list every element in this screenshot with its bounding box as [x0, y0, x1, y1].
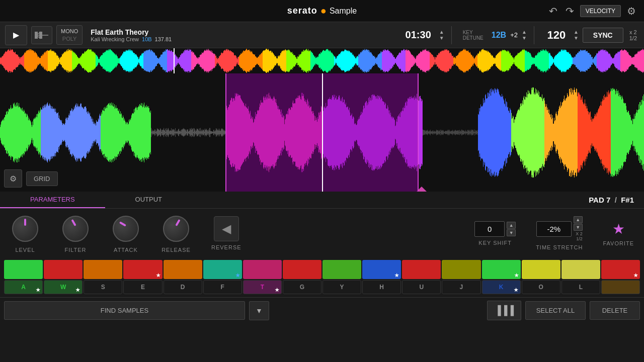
tab-parameters[interactable]: PARAMETERS	[0, 192, 105, 208]
find-samples-button[interactable]: FIND SAMPLES	[4, 301, 245, 320]
mono-poly-button[interactable]: MONO POLY	[56, 25, 83, 45]
ts-down-button[interactable]: ▼	[574, 224, 583, 231]
level-knob[interactable]	[12, 216, 38, 242]
pad-top-1[interactable]	[44, 260, 83, 279]
app-title: serato ● Sample	[287, 5, 357, 17]
settings-icon[interactable]: ⚙	[625, 3, 638, 19]
bpm-arrows: ▲ ▼	[574, 30, 579, 41]
product-name: Sample	[330, 7, 357, 16]
keyshift-control: 0 ▲ ▼	[474, 221, 516, 237]
pad-label-14[interactable]: L	[561, 280, 600, 294]
play-button[interactable]: ▶	[5, 25, 27, 45]
pad-label-5[interactable]: F	[203, 280, 242, 294]
pad-label-text-3: E	[141, 284, 145, 291]
grid-icon-button[interactable]: ⚙	[4, 169, 22, 188]
pad-label-6[interactable]: T★	[243, 280, 282, 294]
pad-top-4[interactable]	[164, 260, 202, 279]
pad-top-2[interactable]	[84, 260, 122, 279]
pad-label-text-4: D	[181, 284, 185, 291]
keyshift-down-button[interactable]: ▼	[507, 229, 516, 236]
key-value: 12B	[492, 31, 506, 40]
pad-label-1[interactable]: W★	[44, 280, 83, 294]
key-up-button[interactable]: ▲	[522, 30, 527, 35]
pad-label-10[interactable]: U	[402, 280, 441, 294]
time-up-button[interactable]: ▲	[439, 30, 444, 35]
pad-label-8[interactable]: Y	[323, 280, 361, 294]
attack-knob[interactable]	[113, 216, 139, 242]
pad-label-star-0: ★	[36, 287, 40, 293]
pad-star-3: ★	[156, 273, 160, 278]
favorite-group: ★ FAVORITE	[603, 221, 634, 246]
select-all-button[interactable]: SELECT ALL	[525, 301, 586, 320]
pad-top-3[interactable]: ★	[123, 260, 162, 279]
pad-label-3[interactable]: E	[123, 280, 162, 294]
pad-top-11[interactable]	[442, 260, 480, 279]
pad-label-star-12: ★	[514, 287, 518, 293]
pad-top-10[interactable]	[402, 260, 441, 279]
bpm-up-button[interactable]: ▲	[574, 30, 579, 35]
level-label: LEVEL	[15, 247, 35, 253]
logo-dot: ●	[320, 5, 327, 17]
release-knob-container	[161, 214, 191, 244]
tab-output[interactable]: OUTPUT	[105, 192, 192, 208]
key-arrows: ▲ ▼	[522, 30, 527, 41]
level-knob-container	[10, 214, 40, 244]
velocity-button[interactable]: VELOCITY	[580, 5, 621, 17]
release-knob[interactable]	[163, 216, 189, 242]
favorite-button[interactable]: ★	[612, 221, 625, 237]
ts-x2: X 2	[576, 231, 583, 236]
pad-label-13[interactable]: O	[522, 280, 560, 294]
pad-label-2[interactable]: S	[84, 280, 122, 294]
stutter-button[interactable]	[31, 26, 52, 44]
time-down-button[interactable]: ▼	[439, 36, 444, 41]
pad-top-8[interactable]	[323, 260, 361, 279]
sync-button[interactable]: SYNC	[583, 28, 623, 43]
filter-knob-container	[60, 214, 91, 244]
pad-label-0[interactable]: A★	[4, 280, 43, 294]
find-dropdown-button[interactable]: ▼	[249, 301, 269, 320]
key-down-button[interactable]: ▼	[522, 36, 527, 41]
pad-top-5[interactable]: ★	[203, 260, 242, 279]
pad-top-7[interactable]	[283, 260, 321, 279]
attack-knob-group: ATTACK	[111, 214, 141, 253]
pad-label-11[interactable]: J	[442, 280, 480, 294]
transport-bar: ▶ MONO POLY Flat Earth Theory Kali Wreck…	[0, 22, 644, 48]
divider-2	[534, 26, 534, 44]
track-title: Flat Earth Theory	[91, 28, 393, 36]
pad-label-12[interactable]: K★	[482, 280, 521, 294]
ts-up-button[interactable]: ▲	[574, 216, 583, 223]
waveform-overview[interactable]	[0, 48, 644, 73]
pad-label-15[interactable]	[601, 280, 640, 294]
reverse-button[interactable]: ◀	[214, 216, 239, 241]
release-label: RELEASE	[162, 247, 191, 253]
pad-top-12[interactable]: ★	[482, 260, 521, 279]
pad-top-0[interactable]	[4, 260, 43, 279]
undo-button[interactable]: ↶	[547, 3, 559, 19]
delete-button[interactable]: DELETE	[590, 301, 640, 320]
pad-number: PAD 7	[589, 196, 610, 204]
keyshift-up-button[interactable]: ▲	[507, 222, 516, 229]
pad-label-4[interactable]: D	[164, 280, 202, 294]
mixer-button[interactable]: ▐▐▐	[487, 301, 521, 320]
pad-label-9[interactable]: H	[362, 280, 401, 294]
pad-top-14[interactable]	[561, 260, 600, 279]
pad-star-5: ★	[235, 273, 240, 278]
ts-modes: X 2 1/2	[574, 231, 583, 241]
pad-top-13[interactable]	[522, 260, 560, 279]
grid-button[interactable]: GRID	[26, 171, 58, 186]
pad-top-6[interactable]	[243, 260, 282, 279]
overview-canvas	[0, 48, 644, 73]
pad-top-15[interactable]: ★	[601, 260, 640, 279]
timestretch-control: -2% ▲ ▼ X 2 1/2	[536, 216, 583, 241]
poly-label: POLY	[62, 35, 77, 42]
pad-label-text-1: W	[60, 284, 66, 291]
pad-top-row: ★★★★★	[4, 260, 640, 279]
filter-knob[interactable]	[62, 216, 89, 242]
bpm-down-button[interactable]: ▼	[574, 36, 579, 41]
param-tabs: PARAMETERS OUTPUT PAD 7 / F#1	[0, 192, 644, 209]
pad-top-9[interactable]: ★	[362, 260, 401, 279]
pad-star-9: ★	[394, 273, 399, 278]
redo-button[interactable]: ↷	[564, 3, 576, 19]
waveform-main[interactable]: ⚙ GRID	[0, 73, 644, 192]
pad-label-7[interactable]: G	[283, 280, 321, 294]
